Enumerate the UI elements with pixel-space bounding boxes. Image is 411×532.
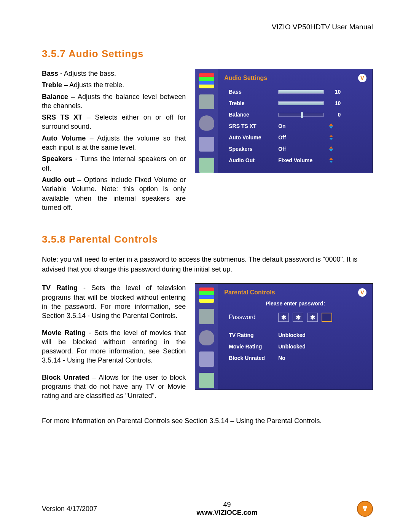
updown-arrows-icon[interactable]	[328, 146, 335, 152]
term-autovol: Auto Volume	[42, 134, 86, 142]
osd-row-srs: SRS TS XT On	[229, 120, 366, 132]
vizio-badge-icon: V	[358, 74, 366, 82]
autovol-value[interactable]: Off	[278, 134, 324, 141]
audio-descriptions: Bass - Adjusts the bass. Treble – Adjust…	[42, 69, 186, 214]
updown-arrows-icon[interactable]	[328, 157, 335, 163]
audioout-value[interactable]: Fixed Volume	[278, 157, 324, 163]
section-audio-settings: 3.5.7 Audio Settings Bass - Adjusts the …	[42, 48, 373, 214]
speakers-value[interactable]: Off	[278, 146, 324, 152]
osd-sidebar	[195, 284, 218, 390]
osd-row-speakers: Speakers Off	[229, 143, 366, 155]
parental-descriptions: TV Rating - Sets the level of television…	[42, 283, 186, 408]
setup-icon	[199, 158, 214, 173]
osd-sidebar	[195, 69, 218, 173]
movierating-value[interactable]: Unblocked	[278, 343, 324, 350]
osd-row-blockunrated: Block Unrated No	[229, 352, 366, 364]
balance-slider[interactable]	[278, 113, 324, 117]
password-digit-2[interactable]: ✱	[293, 313, 303, 322]
vizio-badge-icon: V	[358, 288, 366, 297]
speaker-icon	[199, 115, 214, 131]
osd-row-audioout: Audio Out Fixed Volume	[229, 155, 366, 166]
parental-outro: For more information on Parental Control…	[42, 416, 373, 426]
osd-row-treble: Treble 10	[229, 97, 366, 109]
footer-url: www.VIZIOCE.com	[97, 509, 357, 517]
lock-icon	[199, 351, 214, 367]
speaker-icon	[199, 330, 214, 345]
vizio-logo-icon: V	[357, 501, 373, 517]
balance-value: 0	[328, 112, 341, 118]
osd-title-parental: Parental Controls	[224, 289, 275, 296]
heading-audio-settings: 3.5.7 Audio Settings	[42, 48, 373, 60]
term-movierating: Movie Rating	[42, 329, 86, 337]
treble-slider[interactable]	[278, 101, 324, 105]
blockunrated-value[interactable]: No	[278, 355, 324, 361]
tv-icon	[199, 94, 214, 110]
term-balance: Balance	[42, 93, 68, 101]
osd-row-autovol: Auto Volume Off	[229, 132, 366, 143]
term-treble: Treble	[42, 81, 62, 89]
page: VIZIO VP50HDTV User Manual 3.5.7 Audio S…	[0, 0, 411, 532]
page-footer: Version 4/17/2007 49 www.VIZIOCE.com V	[42, 501, 373, 517]
osd-title-audio: Audio Settings	[224, 75, 267, 81]
picture-icon	[199, 288, 214, 303]
parental-intro: Note: you will need to enter in a passwo…	[42, 254, 373, 274]
term-blockunrated: Block Unrated	[42, 374, 89, 381]
desc-bass: Adjusts the bass.	[64, 70, 116, 77]
tvrating-value[interactable]: Unblocked	[278, 332, 324, 338]
osd-row-movierating: Movie Rating Unblocked	[229, 341, 366, 352]
srs-value[interactable]: On	[278, 123, 324, 129]
updown-arrows-icon[interactable]	[328, 123, 335, 129]
password-digit-3[interactable]: ✱	[307, 313, 318, 322]
heading-parental-controls: 3.5.8 Parental Controls	[42, 233, 373, 245]
lock-icon	[199, 137, 214, 152]
term-audioout: Audio out	[42, 176, 75, 184]
desc-treble: Adjusts the treble.	[69, 81, 124, 89]
footer-version: Version 4/17/2007	[42, 505, 97, 513]
password-prompt: Please enter password:	[224, 300, 366, 307]
osd-audio-settings: Audio Settings V Bass 10 Treble 10	[195, 69, 373, 173]
bass-slider[interactable]	[278, 90, 324, 94]
osd-row-bass: Bass 10	[229, 86, 366, 97]
term-srs: SRS TS XT	[42, 113, 82, 121]
term-speakers: Speakers	[42, 155, 72, 163]
updown-arrows-icon[interactable]	[328, 134, 335, 141]
osd-row-password: Password ✱ ✱ ✱	[229, 310, 366, 324]
term-tvrating: TV Rating	[42, 284, 78, 292]
term-bass: Bass	[42, 70, 58, 77]
osd-row-balance: Balance 0	[229, 109, 366, 120]
osd-row-tvrating: TV Rating Unblocked	[229, 329, 366, 341]
password-digit-4[interactable]	[322, 313, 332, 322]
treble-value: 10	[328, 100, 341, 106]
bass-value: 10	[328, 89, 341, 95]
section-parental-controls: 3.5.8 Parental Controls Note: you will n…	[42, 233, 373, 426]
password-digit-1[interactable]: ✱	[278, 313, 289, 322]
picture-icon	[199, 73, 214, 88]
header-manual-title: VIZIO VP50HDTV User Manual	[42, 23, 373, 31]
footer-page-number: 49	[97, 501, 357, 509]
tv-icon	[199, 309, 214, 324]
osd-parental-controls: Parental Controls V Please enter passwor…	[195, 283, 373, 390]
setup-icon	[199, 373, 214, 388]
